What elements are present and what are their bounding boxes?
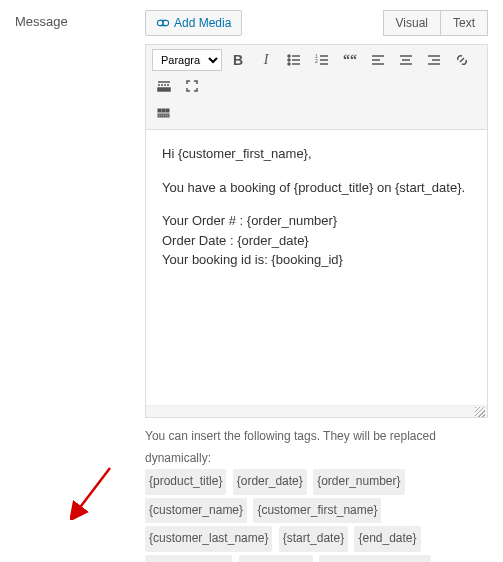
align-left-icon xyxy=(370,52,386,68)
placeholder-tag: {booking_time} xyxy=(145,555,232,562)
svg-rect-27 xyxy=(166,109,169,112)
editor-wrapper: Paragraph B I 12 ““ Hi {customer_first_n… xyxy=(145,44,488,418)
placeholder-tag: {customer_first_name} xyxy=(253,498,381,524)
number-list-button[interactable]: 12 xyxy=(310,49,334,71)
placeholder-tag: {customer_last_name} xyxy=(145,526,272,552)
hint-text: You can insert the following tags. They … xyxy=(145,426,488,562)
placeholder-tag: {booking_resource} xyxy=(319,555,430,562)
number-list-icon: 12 xyxy=(314,52,330,68)
svg-point-0 xyxy=(157,20,163,26)
editor-content[interactable]: Hi {customer_first_name}, You have a boo… xyxy=(146,130,487,405)
hint-intro: You can insert the following tags. They … xyxy=(145,429,436,465)
bullet-list-icon xyxy=(286,52,302,68)
placeholder-tag: {order_number} xyxy=(313,469,404,495)
media-icon xyxy=(156,16,170,30)
italic-button[interactable]: I xyxy=(254,49,278,71)
field-label: Message xyxy=(15,10,145,562)
svg-text:2: 2 xyxy=(315,58,318,64)
blockquote-button[interactable]: ““ xyxy=(338,49,362,71)
link-icon xyxy=(454,52,470,68)
align-left-button[interactable] xyxy=(366,49,390,71)
svg-rect-28 xyxy=(158,114,161,117)
link-button[interactable] xyxy=(450,49,474,71)
content-line: You have a booking of {product_title} on… xyxy=(162,178,471,198)
svg-rect-26 xyxy=(162,109,165,112)
svg-point-1 xyxy=(163,20,169,26)
more-icon xyxy=(156,78,172,94)
fullscreen-button[interactable] xyxy=(180,75,204,97)
view-tabs: Visual Text xyxy=(384,10,488,36)
placeholder-tag: {booking_id} xyxy=(239,555,313,562)
placeholder-tag: {start_date} xyxy=(279,526,348,552)
format-select[interactable]: Paragraph xyxy=(152,49,222,71)
placeholder-tag: {customer_name} xyxy=(145,498,247,524)
placeholder-tag: {product_title} xyxy=(145,469,226,495)
align-right-icon xyxy=(426,52,442,68)
placeholder-tag: {end_date} xyxy=(354,526,420,552)
insert-more-button[interactable] xyxy=(152,75,176,97)
bullet-list-button[interactable] xyxy=(282,49,306,71)
align-right-button[interactable] xyxy=(422,49,446,71)
toolbar-toggle-icon xyxy=(156,106,172,122)
toolbar-toggle-button[interactable] xyxy=(152,103,176,125)
editor-toolbar: Paragraph B I 12 ““ xyxy=(146,45,487,130)
svg-rect-30 xyxy=(166,114,169,117)
content-line: Your Order # : {order_number} Order Date… xyxy=(162,211,471,270)
resize-grip-icon xyxy=(475,407,485,417)
svg-point-4 xyxy=(288,63,290,65)
tab-visual[interactable]: Visual xyxy=(383,10,441,36)
add-media-label: Add Media xyxy=(174,16,231,30)
svg-rect-25 xyxy=(158,109,161,112)
fullscreen-icon xyxy=(184,78,200,94)
align-center-button[interactable] xyxy=(394,49,418,71)
tab-text[interactable]: Text xyxy=(440,10,488,36)
content-line: Hi {customer_first_name}, xyxy=(162,144,471,164)
svg-point-3 xyxy=(288,59,290,61)
align-center-icon xyxy=(398,52,414,68)
svg-point-2 xyxy=(288,55,290,57)
add-media-button[interactable]: Add Media xyxy=(145,10,242,36)
placeholder-tag: {order_date} xyxy=(233,469,307,495)
svg-rect-24 xyxy=(158,88,170,91)
bold-button[interactable]: B xyxy=(226,49,250,71)
resize-handle[interactable] xyxy=(146,405,487,417)
svg-rect-29 xyxy=(162,114,165,117)
